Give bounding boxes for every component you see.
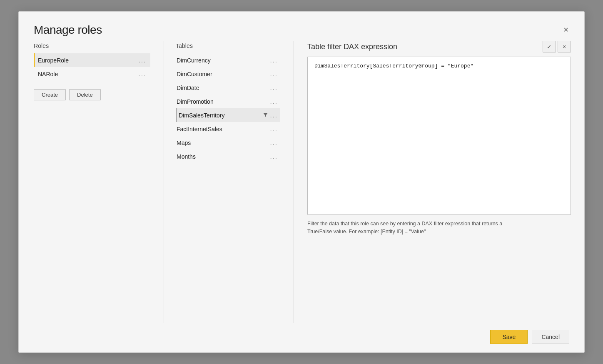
save-button[interactable]: Save: [490, 330, 528, 344]
table-right-dimsalesterritory: ...: [263, 112, 278, 119]
close-button[interactable]: ×: [561, 24, 571, 35]
table-label-dimcurrency: DimCurrency: [177, 57, 211, 64]
role-ellipsis-europe[interactable]: ...: [138, 57, 146, 64]
table-label-dimsalesterritory: DimSalesTerritory: [179, 112, 224, 119]
table-ellipsis-3[interactable]: ...: [270, 98, 278, 105]
table-item-dimdate[interactable]: DimDate ...: [176, 81, 280, 95]
svg-marker-0: [263, 113, 268, 117]
table-label-maps: Maps: [177, 140, 191, 146]
role-label-na: NARole: [38, 71, 58, 77]
dax-section-header: Table filter DAX expression ✓ ×: [307, 41, 571, 52]
dax-check-button[interactable]: ✓: [543, 41, 556, 52]
manage-roles-dialog: Manage roles × Roles EuropeRole ... NARo…: [18, 11, 585, 353]
table-item-dimcustomer[interactable]: DimCustomer ...: [176, 67, 280, 81]
role-item-na[interactable]: NARole ...: [34, 67, 150, 81]
table-label-months: Months: [177, 153, 196, 160]
table-ellipsis-0[interactable]: ...: [270, 57, 278, 64]
table-ellipsis-2[interactable]: ...: [270, 84, 278, 91]
filter-icon: [263, 112, 268, 119]
cancel-button[interactable]: Cancel: [532, 330, 569, 344]
table-ellipsis-7[interactable]: ...: [270, 153, 278, 160]
table-label-dimcustomer: DimCustomer: [177, 71, 212, 77]
roles-panel: Roles EuropeRole ... NARole ... Create D…: [34, 41, 150, 323]
dialog-footer: Save Cancel: [19, 323, 584, 352]
table-label-factinternetsales: FactInternetSales: [177, 126, 222, 132]
table-ellipsis-5[interactable]: ...: [270, 125, 278, 132]
table-item-months[interactable]: Months ...: [176, 150, 280, 163]
dax-toolbar: ✓ ×: [543, 41, 571, 52]
table-item-dimcurrency[interactable]: DimCurrency ...: [176, 53, 280, 67]
table-label-dimdate: DimDate: [177, 85, 199, 91]
dialog-title: Manage roles: [34, 23, 102, 37]
table-ellipsis-1[interactable]: ...: [270, 70, 278, 77]
dax-panel: Table filter DAX expression ✓ × DimSales…: [294, 41, 571, 323]
roles-heading: Roles: [34, 41, 150, 49]
dax-hint: Filter the data that this role can see b…: [307, 220, 524, 236]
create-button[interactable]: Create: [34, 89, 66, 100]
dax-expression-editor[interactable]: DimSalesTerritory[SalesTerritoryGroup] =…: [307, 57, 571, 215]
role-label-europe: EuropeRole: [38, 57, 69, 64]
tables-heading: Tables: [176, 41, 280, 49]
table-item-maps[interactable]: Maps ...: [176, 136, 280, 150]
table-ellipsis-4[interactable]: ...: [270, 112, 278, 119]
tables-panel: Tables DimCurrency ... DimCustomer ... D…: [164, 41, 280, 323]
dialog-body: Roles EuropeRole ... NARole ... Create D…: [19, 41, 584, 323]
table-label-dimpromotion: DimPromotion: [177, 98, 214, 105]
dialog-header: Manage roles ×: [19, 12, 584, 41]
delete-button[interactable]: Delete: [69, 89, 101, 100]
table-item-dimpromotion[interactable]: DimPromotion ...: [176, 95, 280, 108]
role-item-europe[interactable]: EuropeRole ...: [34, 53, 150, 67]
role-actions: Create Delete: [34, 89, 150, 100]
dax-title: Table filter DAX expression: [307, 42, 397, 51]
table-item-dimsalesterritory[interactable]: DimSalesTerritory ...: [176, 108, 280, 122]
dax-cancel-button[interactable]: ×: [558, 41, 571, 52]
table-item-factinternetsales[interactable]: FactInternetSales ...: [176, 122, 280, 136]
role-ellipsis-na[interactable]: ...: [138, 70, 146, 77]
table-ellipsis-6[interactable]: ...: [270, 139, 278, 146]
